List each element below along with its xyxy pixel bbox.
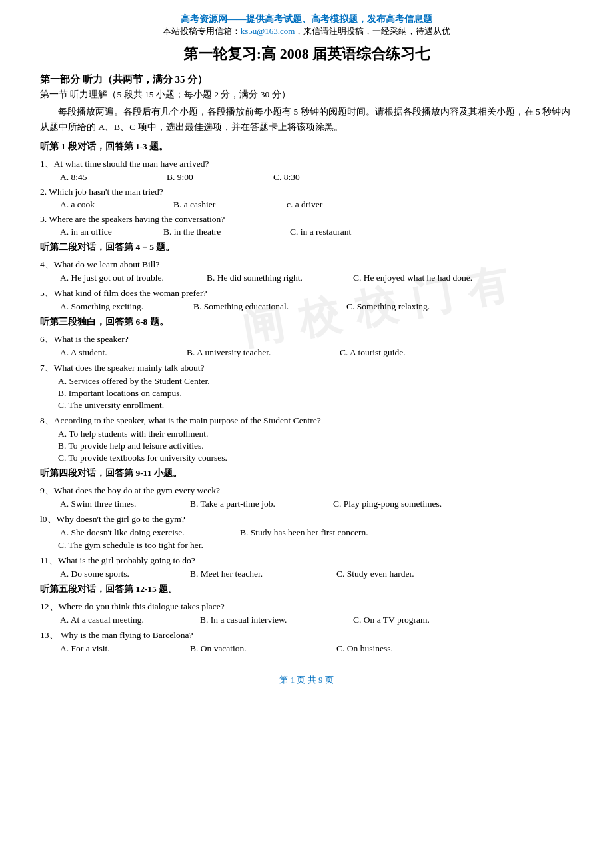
q2-opt-b: B. a cashier: [173, 199, 287, 210]
q3-text: 3. Where are the speakers having the con…: [40, 214, 573, 225]
question-12: 12、Where do you think this dialogue take…: [40, 601, 573, 625]
question-6: 6、What is the speaker? A. A student. B. …: [40, 333, 573, 358]
q5-text: 5、What kind of film does the woman prefe…: [40, 287, 573, 299]
question-11: 11、What is the girl probably going to do…: [40, 555, 573, 579]
q11-opt-a: A. Do some sports.: [60, 569, 190, 579]
q12-options: A. At a casual meeting. B. In a casual i…: [60, 615, 573, 625]
q4-text: 4、What do we learn about Bill?: [40, 259, 573, 271]
q8-opt-a: A. To help students with their enrollmen…: [40, 429, 573, 439]
q12-opt-a: A. At a casual meeting.: [60, 615, 200, 625]
q13-options: A. For a visit. B. On vacation. C. On bu…: [60, 643, 573, 654]
q10-opt-b: B. Study has been her first concern.: [240, 527, 368, 538]
email-line: 本站投稿专用信箱：ks5u@163.com，来信请注明投稿，一经采纳，待遇从优: [40, 25, 573, 37]
question-7: 7、What does the speaker mainly talk abou…: [40, 362, 573, 411]
q6-options: A. A student. B. A university teacher. C…: [60, 347, 573, 358]
question-3: 3. Where are the speakers having the con…: [40, 214, 573, 237]
question-1: 1、At what time should the man have arriv…: [40, 158, 573, 183]
email-prefix: 本站投稿专用信箱：: [163, 26, 241, 36]
q2-opt-a: A. a cook: [60, 199, 173, 210]
q8-text: 8、According to the speaker, what is the …: [40, 415, 573, 427]
site-name: 高考资源网——提供高考试题、高考模拟题，发布高考信息题: [40, 13, 573, 25]
q6-text: 6、What is the speaker?: [40, 333, 573, 345]
listen-group5-label: 听第五段对话，回答第 12-15 题。: [40, 583, 573, 595]
q5-opt-c: C. Something relaxing.: [346, 301, 453, 312]
page-footer: 第 1 页 共 9 页: [40, 674, 573, 686]
q11-opt-c: C. Study even harder.: [336, 569, 443, 579]
q9-opt-b: B. Take a part-time job.: [190, 499, 333, 509]
q2-opt-c: c. a driver: [287, 199, 393, 210]
question-4: 4、What do we learn about Bill? A. He jus…: [40, 259, 573, 283]
q13-text: 13、 Why is the man flying to Barcelona?: [40, 629, 573, 641]
q10-opt-a: A. She doesn't like doing exercise.: [60, 527, 240, 538]
q10-text: l0、Why doesn't the girl go to the gym?: [40, 513, 573, 525]
listen-group2-label: 听第二段对话，回答第 4－5 题。: [40, 241, 573, 253]
q7-opt-b: B. Important locations on campus.: [40, 388, 573, 399]
q2-text: 2. Which job hasn't the man tried?: [40, 187, 573, 197]
q4-options: A. He just got out of trouble. B. He did…: [60, 273, 573, 283]
q3-opt-b: B. in the theatre: [163, 227, 290, 237]
header-section: 高考资源网——提供高考试题、高考模拟题，发布高考信息题 本站投稿专用信箱：ks5…: [40, 13, 573, 37]
listen-group4-label: 听第四段对话，回答第 9-11 小题。: [40, 467, 573, 479]
q1-options: A. 8:45 B. 9:00 C. 8:30: [60, 172, 573, 183]
question-13: 13、 Why is the man flying to Barcelona? …: [40, 629, 573, 654]
q9-options: A. Swim three times. B. Take a part-time…: [60, 499, 573, 509]
q11-text: 11、What is the girl probably going to do…: [40, 555, 573, 567]
question-9: 9、What does the boy do at the gym every …: [40, 485, 573, 509]
q4-opt-a: A. He just got out of trouble.: [60, 273, 207, 283]
q13-opt-a: A. For a visit.: [60, 643, 190, 654]
q2-options: A. a cook B. a cashier c. a driver: [60, 199, 573, 210]
q3-opt-c: C. in a restaurant: [290, 227, 396, 237]
q3-options: A. in an office B. in the theatre C. in …: [60, 227, 573, 237]
q4-opt-c: C. He enjoyed what he had done.: [353, 273, 472, 283]
q8-opt-c: C. To provide textbooks for university c…: [40, 453, 573, 463]
q5-options: A. Something exciting. B. Something educ…: [60, 301, 573, 312]
q1-opt-a: A. 8:45: [60, 172, 167, 183]
q5-opt-a: A. Something exciting.: [60, 301, 193, 312]
q8-opt-b: B. To provide help and leisure activitie…: [40, 441, 573, 451]
q12-text: 12、Where do you think this dialogue take…: [40, 601, 573, 613]
q6-opt-b: B. A university teacher.: [187, 347, 340, 358]
main-title: 第一轮复习:高 2008 届英语综合练习七: [40, 44, 573, 64]
part1-heading: 第一部分 听力（共两节，满分 35 分）: [40, 73, 573, 86]
instructions: 每段播放两遍。各段后有几个小题，各段播放前每小题有 5 秒钟的阅题时间。请根据各…: [40, 105, 573, 135]
question-10: l0、Why doesn't the girl go to the gym? A…: [40, 513, 573, 551]
question-2: 2. Which job hasn't the man tried? A. a …: [40, 187, 573, 210]
q1-opt-b: B. 9:00: [167, 172, 273, 183]
question-8: 8、According to the speaker, what is the …: [40, 415, 573, 463]
q7-opt-a: A. Services offered by the Student Cente…: [40, 376, 573, 387]
q11-opt-b: B. Meet her teacher.: [190, 569, 336, 579]
q3-opt-a: A. in an office: [60, 227, 163, 237]
q10-options-ab: A. She doesn't like doing exercise. B. S…: [60, 527, 573, 538]
q7-text: 7、What does the speaker mainly talk abou…: [40, 362, 573, 374]
q4-opt-b: B. He did something right.: [207, 273, 353, 283]
q9-opt-a: A. Swim three times.: [60, 499, 190, 509]
q5-opt-b: B. Something educational.: [193, 301, 346, 312]
q6-opt-c: C. A tourist guide.: [340, 347, 446, 358]
q12-opt-b: B. In a casual interview.: [200, 615, 353, 625]
q13-opt-b: B. On vacation.: [190, 643, 336, 654]
q7-opt-c: C. The university enrollment.: [40, 400, 573, 411]
q1-opt-c: C. 8:30: [273, 172, 380, 183]
q1-text: 1、At what time should the man have arriv…: [40, 158, 573, 170]
q13-opt-c: C. On business.: [336, 643, 443, 654]
q11-options: A. Do some sports. B. Meet her teacher. …: [60, 569, 573, 579]
email-suffix: ，来信请注明投稿，一经采纳，待遇从优: [295, 26, 450, 36]
q12-opt-c: C. On a TV program.: [353, 615, 460, 625]
section1-heading: 第一节 听力理解（5 段共 15 小题；每小题 2 分，满分 30 分）: [40, 89, 573, 101]
q9-text: 9、What does the boy do at the gym every …: [40, 485, 573, 497]
listen-group3-label: 听第三段独白，回答第 6-8 题。: [40, 316, 573, 328]
listen-group1-label: 听第 1 段对话，回答第 1-3 题。: [40, 141, 573, 153]
question-5: 5、What kind of film does the woman prefe…: [40, 287, 573, 312]
q9-opt-c: C. Play ping-pong sometimes.: [333, 499, 442, 509]
email-link[interactable]: ks5u@163.com: [241, 26, 295, 36]
q6-opt-a: A. A student.: [60, 347, 187, 358]
q10-opt-c: C. The gym schedule is too tight for her…: [40, 540, 573, 551]
